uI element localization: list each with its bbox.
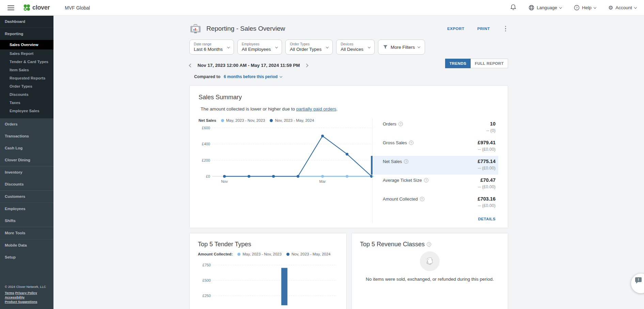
help-circle-icon[interactable]: ? bbox=[424, 178, 428, 182]
help-circle-icon[interactable]: ? bbox=[420, 197, 424, 201]
language-label: Language bbox=[537, 5, 557, 10]
clover-leaf-icon bbox=[22, 3, 31, 12]
sidebar-item-reporting[interactable]: Reporting bbox=[0, 28, 53, 40]
next-period-arrow[interactable] bbox=[305, 63, 309, 67]
date-range-filter[interactable]: Date range Last 6 Months bbox=[189, 40, 234, 55]
devices-label: Devices bbox=[341, 42, 363, 46]
full-report-tab[interactable]: FULL REPORT bbox=[471, 59, 508, 68]
devices-filter[interactable]: Devices All Devices bbox=[336, 40, 375, 55]
stat-gross-sales[interactable]: Gross Sales?£979.41 -- (£0.00) bbox=[383, 137, 498, 156]
language-menu[interactable]: Language bbox=[529, 5, 562, 11]
feedback-bubble-icon: ! bbox=[634, 277, 643, 285]
details-link[interactable]: DETAILS bbox=[478, 217, 496, 221]
top-bar: clover MVF Global Language ? Help bbox=[0, 0, 644, 16]
employees-label: Employees bbox=[242, 42, 271, 46]
clover-logo[interactable]: clover bbox=[22, 3, 50, 12]
help-icon: ? bbox=[574, 5, 580, 11]
sidebar-item-taxes[interactable]: Taxes bbox=[0, 99, 53, 107]
sidebar-item-order-types[interactable]: Order Types bbox=[0, 82, 53, 90]
net-sales-line-chart: £0£200£400£600NovMar bbox=[199, 122, 377, 188]
sidebar-item-item-sales[interactable]: Item Sales bbox=[0, 66, 53, 74]
sidebar-item-inventory[interactable]: Inventory bbox=[0, 166, 53, 178]
svg-text:£0: £0 bbox=[206, 174, 210, 178]
top-revenue-classes-card: Top 5 Revenue Classes ? bbox=[351, 233, 508, 309]
help-menu[interactable]: ? Help bbox=[574, 5, 596, 11]
top-tender-types-card: Top 5 Tender Types Amount Collected: May… bbox=[189, 233, 347, 309]
sidebar-item-discounts[interactable]: Discounts bbox=[0, 178, 53, 190]
hamburger-menu-icon[interactable] bbox=[7, 5, 14, 10]
terms-link[interactable]: Terms bbox=[5, 291, 14, 295]
more-filters-button[interactable]: More Filters bbox=[378, 40, 425, 55]
help-circle-icon[interactable]: ? bbox=[404, 159, 408, 164]
summary-stats-panel: Orders?10 -- (0) Gross Sales?£979.41 -- … bbox=[372, 118, 499, 223]
sidebar-item-transactions[interactable]: Transactions bbox=[0, 130, 53, 142]
sidebar-footer: © 2024 Clover Network, LLC Terms Privacy… bbox=[0, 281, 53, 309]
employees-value: All Employees bbox=[242, 47, 271, 52]
date-range-label: Date range bbox=[194, 42, 223, 46]
reporting-icon bbox=[189, 23, 202, 34]
order-types-filter[interactable]: Order Types All Order Types bbox=[285, 40, 333, 55]
tender-types-title: Top 5 Tender Types bbox=[198, 241, 338, 248]
compared-to-selector[interactable]: 6 months before this period bbox=[224, 74, 282, 79]
product-suggestions-link[interactable]: Product Suggestions bbox=[5, 300, 37, 304]
sidebar-item-cash-log[interactable]: Cash Log bbox=[0, 142, 53, 154]
account-menu[interactable]: ⚙ Account bbox=[608, 5, 637, 11]
sidebar-item-setup[interactable]: Setup bbox=[0, 251, 53, 263]
main-content: Reporting - Sales Overview EXPORT PRINT … bbox=[53, 16, 644, 309]
sales-summary-title: Sales Summary bbox=[199, 94, 499, 101]
compared-to-value: 6 months before this period bbox=[224, 74, 278, 79]
sidebar-item-more-tools[interactable]: More Tools bbox=[0, 227, 53, 239]
tender-types-bar-chart: £750£500£250 bbox=[198, 260, 339, 305]
sidebar-item-tender-card-types[interactable]: Tender & Card Types bbox=[0, 58, 53, 66]
page-title: Reporting - Sales Overview bbox=[206, 25, 285, 32]
previous-period-arrow[interactable] bbox=[189, 63, 192, 67]
legend-series2-label: Nov, 2023 - May, 2024 bbox=[292, 252, 331, 256]
sidebar-item-sales-report[interactable]: Sales Report bbox=[0, 49, 53, 58]
trends-tab[interactable]: TRENDS bbox=[445, 59, 471, 68]
privacy-policy-link[interactable]: Privacy Policy bbox=[15, 291, 37, 295]
series1-dot-icon bbox=[237, 253, 240, 256]
help-circle-icon[interactable]: ? bbox=[427, 242, 431, 247]
employees-filter[interactable]: Employees All Employees bbox=[237, 40, 282, 55]
compared-to-label: Compared to bbox=[194, 74, 220, 79]
notification-bell-icon[interactable] bbox=[510, 4, 516, 12]
sidebar-item-orders[interactable]: Orders bbox=[0, 118, 53, 130]
more-options-kebab-icon[interactable] bbox=[503, 25, 508, 32]
chevron-down-icon bbox=[326, 45, 329, 48]
chevron-down-icon bbox=[559, 6, 562, 9]
legend-series1-label: May, 2023 - Nov, 2023 bbox=[226, 118, 265, 122]
print-button[interactable]: PRINT bbox=[477, 27, 490, 31]
chevron-down-icon bbox=[280, 75, 282, 77]
stat-amount-collected[interactable]: Amount Collected?£703.16 -- (£0.00) bbox=[383, 193, 498, 212]
sidebar-item-requested-reports[interactable]: Requested Reports bbox=[0, 74, 53, 82]
partially-paid-orders-link[interactable]: partially paid orders bbox=[296, 106, 336, 112]
sidebar-item-shifts[interactable]: Shifts bbox=[0, 215, 53, 227]
stat-average-ticket-size[interactable]: Average Ticket Size?£70.47 -- (£0.00) bbox=[383, 175, 498, 193]
help-label: Help bbox=[582, 5, 592, 10]
accessibility-link[interactable]: Accessibility bbox=[5, 295, 25, 299]
sidebar-item-clover-dining[interactable]: Clover Dining bbox=[0, 154, 53, 166]
account-label: Account bbox=[615, 5, 632, 10]
sidebar-item-discounts-report[interactable]: Discounts bbox=[0, 90, 53, 99]
svg-text:£200: £200 bbox=[202, 158, 210, 162]
revenue-classes-empty-state: No items were sold, exchanged, or refund… bbox=[360, 251, 500, 282]
sidebar-item-mobile-data[interactable]: Mobile Data bbox=[0, 239, 53, 251]
svg-text:?: ? bbox=[576, 6, 578, 10]
sidebar-item-employee-sales[interactable]: Employee Sales bbox=[0, 107, 53, 115]
funnel-icon bbox=[383, 45, 388, 49]
tender-types-legend: Amount Collected: May, 2023 - Nov, 2023 … bbox=[198, 252, 338, 256]
legend-series1-label: May, 2023 - Nov, 2023 bbox=[242, 252, 282, 256]
series1-dot-icon bbox=[221, 119, 224, 122]
sidebar-item-sales-overview[interactable]: Sales Overview bbox=[0, 40, 53, 49]
help-circle-icon[interactable]: ? bbox=[398, 122, 403, 126]
sidebar-item-employees[interactable]: Employees bbox=[0, 203, 53, 215]
gear-icon: ⚙ bbox=[608, 5, 613, 11]
stat-net-sales[interactable]: Net Sales?£775.14 -- (£0.00) bbox=[371, 156, 498, 175]
sidebar-item-customers[interactable]: Customers bbox=[0, 191, 53, 203]
export-button[interactable]: EXPORT bbox=[447, 27, 464, 31]
sidebar-item-dashboard[interactable]: Dashboard bbox=[0, 16, 53, 28]
stat-orders[interactable]: Orders?10 -- (0) bbox=[383, 118, 498, 137]
order-types-label: Order Types bbox=[290, 42, 321, 46]
filters-row: Date range Last 6 Months Employees All E… bbox=[189, 40, 508, 55]
help-circle-icon[interactable]: ? bbox=[409, 141, 413, 145]
